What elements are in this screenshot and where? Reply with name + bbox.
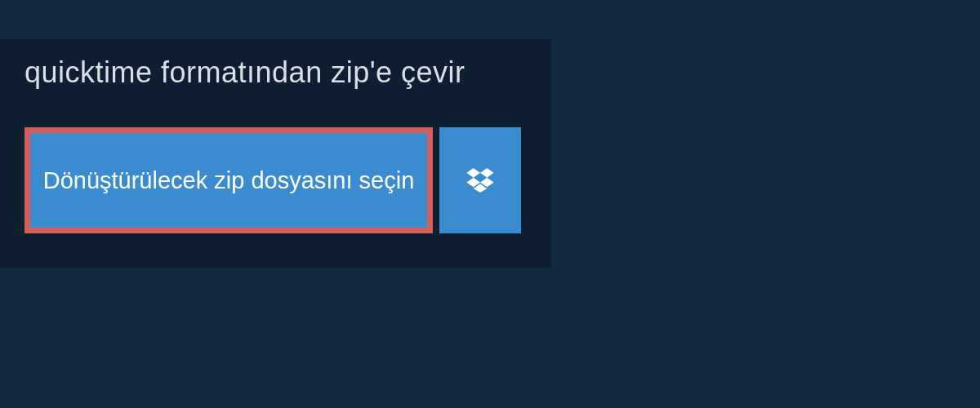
- converter-panel: quicktime formatından zip'e çevir Dönüşt…: [0, 39, 551, 268]
- select-file-button[interactable]: Dönüştürülecek zip dosyasını seçin: [24, 127, 433, 233]
- page-title: quicktime formatından zip'e çevir: [24, 55, 466, 90]
- action-button-row: Dönüştürülecek zip dosyasını seçin: [24, 127, 521, 233]
- dropbox-button[interactable]: [439, 127, 521, 233]
- dropbox-icon: [466, 168, 494, 193]
- select-file-button-label: Dönüştürülecek zip dosyasını seçin: [43, 167, 415, 194]
